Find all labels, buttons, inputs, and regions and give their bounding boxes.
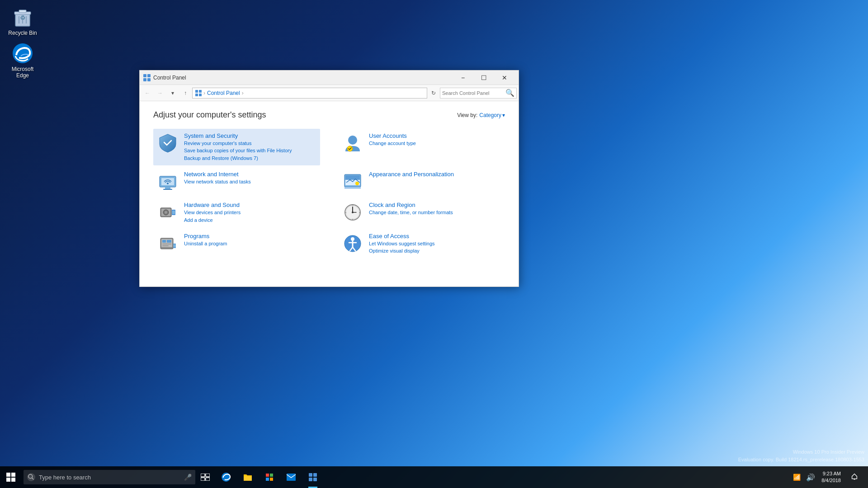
svg-rect-65 bbox=[266, 474, 269, 477]
watermark-line1: Windows 10 Pro Insider Preview bbox=[738, 448, 864, 456]
hardware-sound-name[interactable]: Hardware and Sound bbox=[184, 202, 316, 208]
content-area: Adjust your computer's settings View by:… bbox=[140, 101, 519, 286]
system-security-name[interactable]: System and Security bbox=[184, 132, 316, 139]
window-controls: − ☐ ✕ bbox=[453, 70, 515, 85]
category-ease-of-access[interactable]: Ease of Access Let Windows suggest setti… bbox=[338, 229, 505, 258]
network-internet-name[interactable]: Network and Internet bbox=[184, 171, 316, 178]
svg-rect-48 bbox=[162, 245, 169, 246]
microsoft-edge-icon[interactable]: Microsoft Edge bbox=[5, 41, 41, 80]
svg-rect-53 bbox=[6, 473, 10, 477]
svg-rect-64 bbox=[244, 476, 252, 481]
network-internet-link-1[interactable]: View network status and tasks bbox=[184, 178, 316, 185]
taskbar-store-app[interactable] bbox=[259, 466, 280, 488]
category-system-security[interactable]: System and Security Review your computer… bbox=[153, 129, 320, 165]
close-button[interactable]: ✕ bbox=[494, 70, 515, 85]
user-accounts-name[interactable]: User Accounts bbox=[369, 132, 501, 139]
up-button[interactable]: ↑ bbox=[179, 87, 191, 99]
ease-of-access-name[interactable]: Ease of Access bbox=[369, 233, 501, 239]
svg-rect-13 bbox=[199, 90, 202, 93]
user-accounts-icon bbox=[342, 132, 363, 154]
start-button[interactable] bbox=[0, 466, 22, 488]
forward-button[interactable]: → bbox=[154, 87, 166, 99]
user-accounts-text: User Accounts Change account type bbox=[369, 132, 501, 147]
window-title: Control Panel bbox=[153, 75, 453, 81]
clock-region-name[interactable]: Clock and Region bbox=[369, 202, 501, 208]
ease-of-access-link-1[interactable]: Let Windows suggest settings bbox=[369, 240, 501, 247]
refresh-button[interactable]: ↻ bbox=[428, 87, 439, 99]
minimize-button[interactable]: − bbox=[453, 70, 473, 85]
system-security-link-2[interactable]: Save backup copies of your files with Fi… bbox=[184, 147, 316, 154]
svg-rect-72 bbox=[309, 478, 312, 481]
ease-of-access-link-2[interactable]: Optimize visual display bbox=[369, 248, 501, 254]
taskbar-edge-app[interactable] bbox=[215, 466, 237, 488]
category-programs[interactable]: Programs Uninstall a program bbox=[153, 229, 320, 258]
programs-link-1[interactable]: Uninstall a program bbox=[184, 240, 316, 247]
svg-rect-55 bbox=[6, 478, 10, 482]
maximize-button[interactable]: ☐ bbox=[473, 70, 494, 85]
svg-rect-67 bbox=[266, 478, 269, 481]
svg-rect-11 bbox=[147, 78, 151, 81]
watermark-line2: Evaluation copy. Build 18214.rs_prerelea… bbox=[738, 456, 864, 464]
recent-button[interactable]: ▾ bbox=[167, 87, 179, 99]
address-input[interactable]: › Control Panel › bbox=[192, 88, 427, 99]
back-button[interactable]: ← bbox=[142, 87, 153, 99]
clock-region-text: Clock and Region Change date, time, or n… bbox=[369, 202, 501, 216]
svg-point-52 bbox=[351, 237, 354, 241]
svg-rect-73 bbox=[313, 478, 317, 481]
svg-point-38 bbox=[352, 211, 354, 213]
taskbar-date: 8/4/2018 bbox=[821, 477, 841, 484]
category-network-internet[interactable]: Network and Internet View network status… bbox=[153, 167, 320, 196]
search-input[interactable] bbox=[442, 90, 505, 96]
taskbar-mail-app[interactable] bbox=[280, 466, 302, 488]
clock-region-icon: 12 3 6 9 bbox=[342, 202, 363, 223]
taskbar-datetime[interactable]: 9:23 AM 8/4/2018 bbox=[818, 470, 844, 484]
category-appearance[interactable]: Appearance and Personalization bbox=[338, 167, 505, 196]
breadcrumb-item[interactable]: Control Panel bbox=[207, 90, 240, 96]
user-accounts-link-1[interactable]: Change account type bbox=[369, 140, 501, 147]
system-security-link-3[interactable]: Backup and Restore (Windows 7) bbox=[184, 155, 316, 162]
system-security-link-1[interactable]: Review your computer's status bbox=[184, 140, 316, 147]
search-box[interactable]: 🔍 bbox=[440, 88, 517, 99]
control-panel-window: Control Panel − ☐ ✕ ← → ▾ ↑ › Control bbox=[139, 70, 519, 287]
view-by-dropdown[interactable]: Category ▾ bbox=[479, 112, 505, 118]
breadcrumb-arrow: › bbox=[242, 90, 244, 96]
microphone-icon: 🎤 bbox=[184, 474, 192, 481]
categories-grid: System and Security Review your computer… bbox=[153, 129, 505, 258]
appearance-text: Appearance and Personalization bbox=[369, 171, 501, 178]
svg-rect-56 bbox=[11, 478, 15, 482]
ease-of-access-text: Ease of Access Let Windows suggest setti… bbox=[369, 233, 501, 255]
hardware-sound-link-2[interactable]: Add a device bbox=[184, 217, 316, 224]
svg-rect-26 bbox=[344, 187, 361, 189]
svg-point-27 bbox=[355, 182, 359, 185]
breadcrumb-separator: › bbox=[203, 90, 205, 96]
category-hardware-sound[interactable]: Hardware and Sound View devices and prin… bbox=[153, 198, 320, 227]
programs-name[interactable]: Programs bbox=[184, 233, 316, 239]
svg-rect-45 bbox=[162, 240, 166, 243]
programs-text: Programs Uninstall a program bbox=[184, 233, 316, 247]
recycle-bin-image: ♻ bbox=[12, 6, 33, 28]
taskbar-search-circle-icon bbox=[27, 473, 35, 481]
volume-icon[interactable]: 🔊 bbox=[803, 473, 818, 482]
svg-rect-70 bbox=[309, 473, 312, 477]
svg-rect-66 bbox=[270, 474, 273, 477]
category-user-accounts[interactable]: User Accounts Change account type bbox=[338, 129, 505, 165]
network-icon[interactable]: 📶 bbox=[790, 474, 803, 481]
recycle-bin-icon[interactable]: ♻ Recycle Bin bbox=[5, 5, 41, 38]
category-clock-region[interactable]: 12 3 6 9 Clock and Region Change date, t… bbox=[338, 198, 505, 227]
task-view-button[interactable] bbox=[195, 466, 215, 488]
svg-rect-25 bbox=[345, 175, 360, 180]
svg-point-22 bbox=[167, 183, 169, 184]
svg-rect-10 bbox=[143, 78, 146, 81]
appearance-name[interactable]: Appearance and Personalization bbox=[369, 171, 501, 178]
clock-region-link-1[interactable]: Change date, time, or number formats bbox=[369, 209, 501, 216]
taskbar-control-panel-app[interactable] bbox=[302, 466, 324, 488]
svg-rect-50 bbox=[173, 244, 176, 247]
taskbar-file-explorer-app[interactable] bbox=[237, 466, 259, 488]
svg-point-31 bbox=[165, 211, 167, 214]
notification-button[interactable] bbox=[844, 466, 864, 488]
hardware-sound-link-1[interactable]: View devices and printers bbox=[184, 209, 316, 216]
edge-image bbox=[12, 42, 33, 64]
svg-text:12: 12 bbox=[352, 204, 354, 206]
view-by: View by: Category ▾ bbox=[457, 112, 505, 118]
taskbar-search[interactable]: Type here to search 🎤 bbox=[24, 470, 195, 484]
